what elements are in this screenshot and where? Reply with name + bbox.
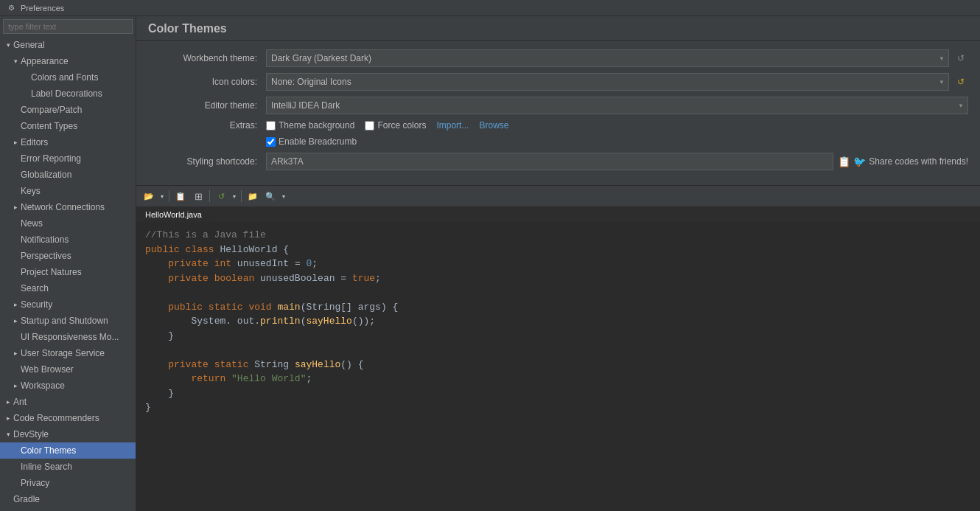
- sidebar: ▾General▾Appearance Colors and Fonts Lab…: [0, 16, 136, 511]
- sidebar-item-label-decorations[interactable]: Label Decorations: [0, 86, 136, 102]
- expand-spacer-compare-patch: [10, 105, 21, 115]
- workbench-theme-dropdown-wrap: Dark Gray (Darkest Dark): [266, 49, 949, 67]
- extras-label: Extras:: [148, 120, 266, 131]
- styling-shortcode-control: 📋 🐦 Share codes with friends!: [266, 153, 968, 170]
- sidebar-item-error-reporting[interactable]: Error Reporting: [0, 150, 136, 167]
- theme-background-text: Theme background: [279, 120, 354, 131]
- toolbar-copy-button[interactable]: 📋: [172, 188, 189, 204]
- import-button[interactable]: Import...: [436, 120, 469, 131]
- sidebar-item-general[interactable]: ▾General: [0, 37, 136, 53]
- force-colors-checkbox-label[interactable]: Force colors: [365, 120, 426, 131]
- icon-colors-row: Icon colors: None: Original Icons ↺: [148, 73, 968, 91]
- toolbar-open-button[interactable]: 📂: [141, 188, 157, 204]
- expand-icon-general: ▾: [3, 40, 13, 50]
- icon-colors-select[interactable]: None: Original Icons: [266, 73, 949, 91]
- sidebar-item-appearance[interactable]: ▾Appearance: [0, 53, 136, 69]
- sidebar-item-user-storage[interactable]: ▸User Storage Service: [0, 345, 136, 361]
- toolbar-refresh-dropdown[interactable]: ▼: [231, 188, 238, 204]
- toolbar-separator-1: [169, 190, 169, 202]
- editor-theme-dropdown-wrap: IntelliJ IDEA Dark: [266, 97, 968, 114]
- code-line-5: [145, 285, 971, 300]
- share-label: Share codes with friends!: [869, 156, 968, 167]
- toolbar-open-dropdown[interactable]: ▼: [158, 188, 166, 204]
- expand-spacer-content-types: [10, 121, 21, 131]
- force-colors-checkbox[interactable]: [365, 121, 374, 131]
- sidebar-item-label-project-natures: Project Natures: [21, 265, 82, 279]
- expand-icon-appearance: ▾: [10, 56, 21, 66]
- sidebar-item-inline-search[interactable]: Inline Search: [0, 459, 136, 475]
- expand-icon-startup-shutdown: ▸: [10, 316, 21, 326]
- sidebar-item-label-privacy: Privacy: [21, 476, 49, 490]
- sidebar-item-privacy[interactable]: Privacy: [0, 475, 136, 491]
- file-tab-helloworld[interactable]: HelloWorld.java: [136, 207, 211, 222]
- icon-colors-dropdown-wrap: None: Original Icons: [266, 73, 949, 91]
- breadcrumb-control: Enable Breadcrumb: [266, 136, 968, 147]
- theme-background-checkbox[interactable]: [266, 121, 276, 131]
- sidebar-item-globalization[interactable]: Globalization: [0, 167, 136, 183]
- sidebar-item-label-gradle: Gradle: [13, 493, 40, 506]
- icon-colors-label: Icon colors:: [148, 77, 266, 87]
- workbench-theme-row: Workbench theme: Dark Gray (Darkest Dark…: [148, 49, 968, 67]
- workbench-theme-select[interactable]: Dark Gray (Darkest Dark): [266, 49, 949, 67]
- code-line-3: private int unusedInt = 0;: [145, 257, 971, 271]
- styling-shortcode-input[interactable]: [266, 153, 833, 170]
- code-line-8: }: [145, 329, 971, 344]
- sidebar-item-label-label-decorations: Label Decorations: [31, 87, 102, 100]
- enable-breadcrumb-checkbox[interactable]: [266, 137, 276, 147]
- sidebar-item-colors-fonts[interactable]: Colors and Fonts: [0, 69, 136, 86]
- toolbar-folder-button[interactable]: 📁: [245, 188, 261, 204]
- code-line-1: //This is a Java file: [145, 228, 971, 243]
- theme-background-checkbox-label[interactable]: Theme background: [266, 120, 354, 131]
- sidebar-item-network-connections[interactable]: ▸Network Connections: [0, 199, 136, 215]
- preferences-icon: ⚙: [6, 3, 16, 13]
- sidebar-item-ui-responsiveness[interactable]: UI Responsiveness Mo...: [0, 329, 136, 345]
- toolbar-search-button[interactable]: 🔍: [262, 188, 279, 204]
- toolbar-search-dropdown[interactable]: ▼: [280, 188, 287, 204]
- expand-spacer-label-decorations: [21, 88, 31, 99]
- filter-input[interactable]: [3, 19, 133, 34]
- sidebar-item-label-user-storage: User Storage Service: [21, 347, 105, 360]
- sidebar-item-compare-patch[interactable]: Compare/Patch: [0, 102, 136, 118]
- code-line-13: }: [145, 400, 971, 415]
- sidebar-item-project-natures[interactable]: Project Natures: [0, 264, 136, 280]
- editor-theme-select[interactable]: IntelliJ IDEA Dark: [266, 97, 968, 114]
- workbench-theme-refresh-button[interactable]: ↺: [953, 51, 968, 66]
- sidebar-item-color-themes[interactable]: Color Themes: [0, 442, 136, 459]
- sidebar-item-label-workspace: Workspace: [21, 379, 65, 392]
- sidebar-item-search[interactable]: Search: [0, 280, 136, 296]
- enable-breadcrumb-label[interactable]: Enable Breadcrumb: [266, 136, 357, 147]
- sidebar-item-label-search: Search: [21, 282, 49, 295]
- sidebar-item-gradle[interactable]: Gradle: [0, 491, 136, 507]
- toolbar-refresh-button[interactable]: ↺: [213, 188, 229, 204]
- sidebar-item-help[interactable]: Help: [0, 507, 136, 511]
- sidebar-item-ant[interactable]: ▸Ant: [0, 394, 136, 410]
- icon-colors-refresh-button[interactable]: ↺: [953, 74, 968, 89]
- expand-spacer-search: [10, 283, 21, 293]
- expand-spacer-inline-search: [10, 462, 21, 472]
- sidebar-item-code-recommenders[interactable]: ▸Code Recommenders: [0, 410, 136, 426]
- toolbar-paste-button[interactable]: ⊞: [190, 188, 206, 204]
- sidebar-item-label-startup-shutdown: Startup and Shutdown: [21, 314, 108, 327]
- sidebar-item-label-content-types: Content Types: [21, 119, 77, 133]
- sidebar-item-label-color-themes: Color Themes: [21, 444, 76, 457]
- editor-theme-control: IntelliJ IDEA Dark: [266, 97, 968, 114]
- sidebar-item-label-devstyle: DevStyle: [13, 428, 49, 441]
- editor-theme-label: Editor theme:: [148, 100, 266, 111]
- sidebar-item-content-types[interactable]: Content Types: [0, 118, 136, 134]
- sidebar-item-label-perspectives: Perspectives: [21, 249, 71, 263]
- sidebar-item-devstyle[interactable]: ▾DevStyle: [0, 426, 136, 442]
- browse-button[interactable]: Browse: [479, 120, 508, 131]
- sidebar-item-security[interactable]: ▸Security: [0, 296, 136, 313]
- sidebar-item-news[interactable]: News: [0, 215, 136, 232]
- sidebar-item-keys[interactable]: Keys: [0, 183, 136, 199]
- sidebar-item-web-browser[interactable]: Web Browser: [0, 361, 136, 378]
- sidebar-item-notifications[interactable]: Notifications: [0, 232, 136, 248]
- sidebar-item-editors[interactable]: ▸Editors: [0, 134, 136, 150]
- sidebar-item-label-colors-fonts: Colors and Fonts: [31, 71, 98, 84]
- sidebar-item-perspectives[interactable]: Perspectives: [0, 248, 136, 264]
- sidebar-item-workspace[interactable]: ▸Workspace: [0, 378, 136, 394]
- sidebar-item-startup-shutdown[interactable]: ▸Startup and Shutdown: [0, 313, 136, 329]
- expand-spacer-globalization: [10, 170, 21, 180]
- workbench-theme-control: Dark Gray (Darkest Dark) ↺: [266, 49, 968, 67]
- expand-icon-editors: ▸: [10, 137, 21, 147]
